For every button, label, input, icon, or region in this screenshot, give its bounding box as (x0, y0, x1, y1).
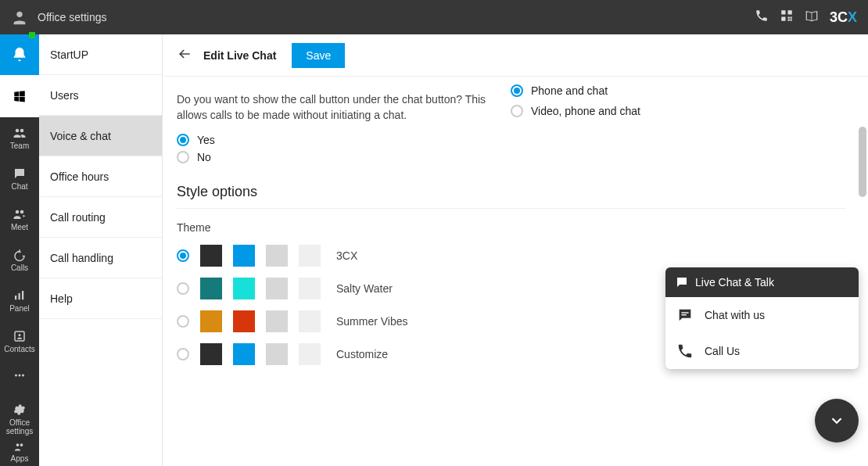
content-title: Edit Live Chat (203, 49, 276, 62)
submenu-label: Call handling (50, 252, 113, 264)
rail-label-panel: Panel (9, 304, 30, 313)
svg-point-11 (16, 210, 20, 213)
swatch (266, 343, 288, 365)
rail-label-apps: Apps (11, 454, 29, 463)
rail-label-contacts: Contacts (4, 345, 34, 353)
rail-item-notifications[interactable] (0, 34, 39, 75)
radio-label-video-phone-chat: Video, phone and chat (531, 105, 640, 117)
radio-theme-3cx[interactable] (177, 249, 189, 262)
rail-item-windows[interactable] (0, 75, 39, 117)
svg-rect-1 (781, 10, 785, 14)
submenu-label: Voice & chat (50, 130, 111, 142)
radio-label-yes: Yes (197, 134, 215, 146)
submenu-label: StartUP (50, 48, 88, 61)
radio-callbtn-no[interactable] (177, 151, 189, 163)
page-title: Office settings (38, 11, 106, 23)
brand-logo[interactable]: 3CX (830, 9, 857, 26)
phone-icon[interactable] (755, 9, 769, 26)
svg-rect-13 (15, 296, 16, 299)
radio-label-phone-chat: Phone and chat (531, 84, 608, 97)
qr-icon[interactable] (780, 9, 794, 26)
svg-rect-25 (681, 312, 688, 313)
chat-widget-call-label: Call Us (705, 345, 740, 357)
content: Edit Live Chat Save Phone and chat Video… (163, 34, 868, 466)
submenu-item-startup[interactable]: StartUP (39, 34, 162, 75)
svg-point-18 (15, 375, 17, 377)
submenu-label: Office hours (50, 170, 109, 183)
left-rail: Team Chat Meet Calls Panel Contacts Offi… (0, 34, 39, 466)
svg-rect-15 (22, 291, 23, 299)
svg-point-17 (19, 334, 21, 336)
chat-widget-call[interactable]: Call Us (665, 333, 859, 369)
radio-theme-summer[interactable] (177, 315, 189, 328)
rail-label-calls: Calls (11, 263, 28, 272)
swatch (299, 310, 321, 332)
submenu-item-office-hours[interactable]: Office hours (39, 156, 162, 197)
swatch (200, 310, 222, 332)
theme-name-customize: Customize (336, 348, 388, 360)
scrollbar-thumb[interactable] (859, 127, 866, 197)
svg-rect-24 (679, 281, 683, 282)
theme-label: Theme (177, 221, 854, 234)
rail-item-apps[interactable]: Apps (0, 441, 39, 463)
submenu-label: Users (50, 89, 79, 102)
swatch (299, 245, 321, 267)
svg-point-9 (16, 128, 20, 132)
svg-point-0 (16, 12, 22, 17)
rail-label-team: Team (10, 142, 29, 150)
swatch (200, 245, 222, 267)
chat-widget-chat[interactable]: Chat with us (665, 297, 859, 333)
swatch (266, 310, 288, 332)
call-button-question: Do you want to show the call button unde… (177, 92, 490, 123)
swatch (299, 278, 321, 299)
rail-label-meet: Meet (11, 223, 28, 231)
radio-phone-chat[interactable] (511, 84, 523, 97)
rail-item-chat[interactable]: Chat (0, 158, 39, 199)
book-icon[interactable] (805, 9, 819, 26)
rail-item-more[interactable] (0, 361, 39, 389)
divider (177, 208, 845, 209)
submenu-item-help[interactable]: Help (39, 278, 162, 319)
rail-item-team[interactable]: Team (0, 117, 39, 158)
rail-item-panel[interactable]: Panel (0, 280, 39, 321)
swatch (233, 310, 255, 332)
theme-name-3cx: 3CX (336, 249, 357, 262)
chat-widget: Live Chat & Talk Chat with us Call Us (665, 267, 859, 369)
chat-widget-header: Live Chat & Talk (665, 267, 859, 297)
rail-label-office1: Office (9, 418, 30, 427)
back-button[interactable] (177, 46, 192, 65)
theme-name-salty: Salty Water (336, 282, 393, 295)
chat-fab[interactable] (815, 399, 859, 443)
submenu-label: Help (50, 292, 73, 305)
rail-item-calls[interactable]: Calls (0, 239, 39, 280)
svg-point-19 (19, 375, 21, 377)
swatch (233, 278, 255, 299)
radio-video-phone-chat[interactable] (511, 105, 523, 117)
scrollbar[interactable] (857, 111, 868, 213)
svg-rect-4 (787, 17, 789, 19)
submenu-item-voice-chat[interactable]: Voice & chat (39, 116, 162, 156)
swatch (233, 245, 255, 267)
rail-label-office2: settings (6, 427, 33, 436)
rail-item-office-settings[interactable]: Office settings (0, 397, 39, 441)
svg-point-22 (20, 443, 23, 446)
submenu-item-users[interactable]: Users (39, 75, 162, 116)
radio-theme-salty[interactable] (177, 282, 189, 295)
swatch (266, 278, 288, 299)
swatch (299, 343, 321, 365)
brand-text-1: 3C (830, 9, 848, 26)
rail-label-chat: Chat (11, 182, 27, 191)
radio-callbtn-yes[interactable] (177, 134, 189, 146)
submenu-item-call-routing[interactable]: Call routing (39, 197, 162, 238)
svg-rect-23 (679, 280, 685, 281)
rail-item-contacts[interactable]: Contacts (0, 321, 39, 361)
presence-indicator (29, 32, 35, 38)
rail-item-meet[interactable]: Meet (0, 199, 39, 239)
save-button[interactable]: Save (292, 43, 345, 68)
submenu-item-call-handling[interactable]: Call handling (39, 238, 162, 278)
svg-rect-26 (681, 314, 686, 315)
theme-row-3cx: 3CX (177, 245, 854, 267)
user-icon[interactable] (11, 9, 28, 26)
radio-theme-customize[interactable] (177, 348, 189, 360)
svg-rect-2 (787, 10, 791, 14)
